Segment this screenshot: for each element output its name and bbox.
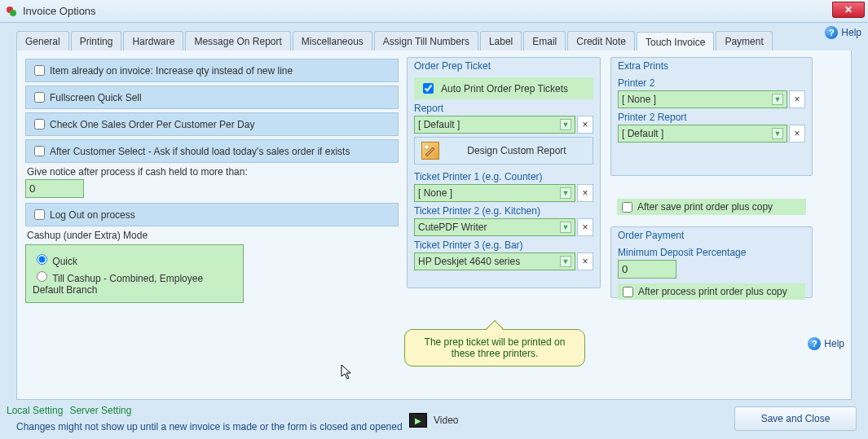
tab-label[interactable]: Label (480, 31, 522, 52)
video-link[interactable]: ▶ Video (409, 413, 458, 428)
group-legend: Extra Prints (615, 59, 809, 73)
tab-hardware[interactable]: Hardware (123, 31, 183, 52)
window-title: Invoice Options (23, 5, 96, 17)
app-icon (5, 5, 18, 18)
chevron-down-icon: ▼ (560, 119, 571, 130)
group-legend: Order Payment (615, 228, 809, 243)
tab-credit-note[interactable]: Credit Note (567, 31, 635, 52)
check-auto-print-prep[interactable]: Auto Print Order Prep Tickets (414, 77, 593, 99)
ticket-printer-3-clear-button[interactable]: × (577, 252, 593, 270)
ruler-pencil-icon (421, 142, 439, 160)
close-icon: ✕ (844, 4, 853, 15)
printer-2-report-label: Printer 2 Report (618, 112, 805, 123)
tab-assign-till-numbers[interactable]: Assign Till Numbers (374, 31, 478, 52)
radio-quick[interactable]: Quick (33, 252, 236, 267)
combo-value: CutePDF Writer (418, 222, 487, 233)
chevron-down-icon: ▼ (772, 94, 783, 105)
tab-printing[interactable]: Printing (71, 31, 122, 52)
check-fullscreen-quick-sell[interactable]: Fullscreen Quick Sell (25, 86, 399, 109)
check-label: After save print order plus copy (637, 201, 773, 213)
ticket-printer-2-label: Ticket Printer 2 (e.g. Kitchen) (414, 205, 593, 217)
cashup-mode-group: Quick Till Cashup - Combined, Employee D… (25, 244, 244, 303)
checkbox[interactable] (622, 202, 632, 213)
ticket-printer-2-clear-button[interactable]: × (577, 218, 593, 236)
tab-email[interactable]: Email (523, 31, 566, 52)
check-label: Log Out on process (50, 209, 135, 221)
design-custom-report-button[interactable]: Design Custom Report (414, 137, 593, 165)
footer-links: Local Setting Server Setting (7, 405, 131, 416)
checkbox[interactable] (34, 92, 45, 103)
chevron-down-icon: ▼ (560, 256, 571, 267)
svg-point-1 (10, 10, 16, 16)
notice-label: Give notice after process if cash held t… (27, 166, 399, 178)
tab-content: Item already on invoice: Increase qty in… (16, 50, 852, 400)
radio[interactable] (37, 254, 47, 265)
check-after-customer-select[interactable]: After Customer Select - Ask if should lo… (25, 139, 399, 163)
radio-label: Till Cashup - Combined, Employee Default… (33, 273, 203, 296)
radio[interactable] (37, 271, 47, 282)
check-label: Auto Print Order Prep Tickets (441, 83, 568, 94)
chevron-down-icon: ▼ (772, 128, 783, 139)
titlebar: Invoice Options ✕ (0, 0, 868, 23)
radio-till-cashup[interactable]: Till Cashup - Combined, Employee Default… (33, 269, 236, 296)
tab-payment[interactable]: Payment (716, 31, 772, 52)
left-column: Item already on invoice: Increase qty in… (25, 59, 399, 303)
checkbox[interactable] (34, 146, 45, 156)
printer-2-report-clear-button[interactable]: × (789, 125, 805, 143)
button-label: Design Custom Report (447, 145, 586, 156)
save-and-close-button[interactable]: Save and Close (734, 406, 857, 431)
tab-general[interactable]: General (16, 31, 69, 52)
local-setting-link[interactable]: Local Setting (7, 405, 63, 416)
check-after-save-print[interactable]: After save print order plus copy (617, 199, 806, 215)
report-combo[interactable]: [ Default ] ▼ (414, 116, 575, 134)
tab-miscellaneous[interactable]: Miscellaneous (293, 31, 372, 52)
min-deposit-input[interactable] (618, 260, 676, 279)
tooltip-callout: The prep ticket will be printed on these… (404, 329, 585, 367)
check-label: Item already on invoice: Increase qty in… (50, 65, 293, 77)
notice-value-input[interactable] (25, 179, 84, 198)
group-order-payment: Order Payment Minimum Deposit Percentage… (610, 226, 813, 298)
printer-2-clear-button[interactable]: × (789, 90, 805, 108)
combo-value: HP Deskjet 4640 series (418, 256, 520, 267)
printer-2-combo[interactable]: [ None ] ▼ (618, 90, 787, 108)
tabstrip: General Printing Hardware Message On Rep… (16, 31, 852, 53)
group-order-prep-ticket: Order Prep Ticket Auto Print Order Prep … (407, 57, 601, 288)
check-item-already-on-invoice[interactable]: Item already on invoice: Increase qty in… (25, 59, 399, 82)
server-setting-link[interactable]: Server Setting (69, 405, 131, 416)
ticket-printer-3-combo[interactable]: HP Deskjet 4640 series ▼ (414, 252, 575, 270)
radio-label: Quick (52, 256, 77, 267)
check-label: Fullscreen Quick Sell (50, 92, 142, 103)
help-label: Help (824, 338, 844, 349)
report-clear-button[interactable]: × (577, 116, 593, 134)
group-legend: Order Prep Ticket (411, 59, 597, 73)
cursor-icon (341, 364, 354, 384)
combo-value: [ None ] (418, 187, 452, 199)
checkbox[interactable] (623, 287, 633, 297)
checkbox[interactable] (34, 119, 45, 130)
check-label: After Customer Select - Ask if should lo… (50, 146, 350, 157)
combo-value: [ Default ] (622, 128, 663, 139)
group-extra-prints: Extra Prints Printer 2 [ None ] ▼ × Prin… (610, 57, 813, 176)
ticket-printer-1-combo[interactable]: [ None ] ▼ (414, 184, 575, 202)
check-log-out-on-process[interactable]: Log Out on process (25, 203, 399, 226)
ticket-printer-1-clear-button[interactable]: × (577, 184, 593, 202)
printer-2-report-combo[interactable]: [ Default ] ▼ (618, 125, 787, 143)
checkbox[interactable] (423, 83, 434, 94)
tab-message-on-report[interactable]: Message On Report (185, 31, 290, 52)
ticket-printer-2-combo[interactable]: CutePDF Writer ▼ (414, 218, 575, 236)
check-after-process-print[interactable]: After process print order plus copy (618, 283, 805, 300)
close-button[interactable]: ✕ (832, 2, 865, 18)
svg-rect-2 (425, 145, 429, 149)
check-label: After process print order plus copy (638, 286, 787, 297)
button-label: Save and Close (761, 413, 831, 424)
printer-2-label: Printer 2 (618, 77, 805, 89)
help-link-bottom[interactable]: ? Help (808, 337, 844, 350)
checkbox[interactable] (34, 65, 45, 76)
chevron-down-icon: ▼ (560, 187, 571, 199)
checkbox[interactable] (34, 209, 45, 220)
help-icon: ? (808, 337, 821, 350)
check-one-sales-order-per-day[interactable]: Check One Sales Order Per Customer Per D… (25, 112, 399, 136)
check-label: Check One Sales Order Per Customer Per D… (50, 119, 254, 130)
ticket-printer-1-label: Ticket Printer 1 (e.g. Counter) (414, 171, 593, 182)
report-label: Report (414, 103, 593, 114)
